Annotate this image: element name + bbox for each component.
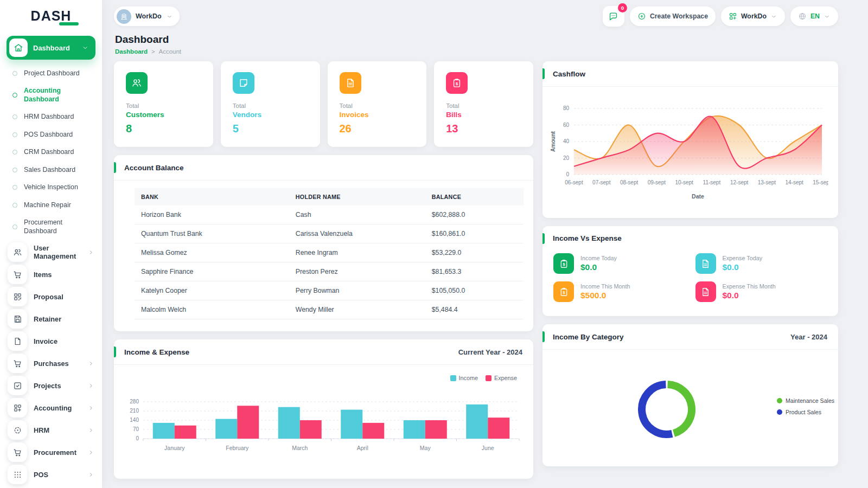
svg-text:February: February — [226, 445, 249, 451]
stat-label: Total — [340, 102, 415, 109]
chevron-right-icon — [87, 360, 94, 367]
stat-label: Total — [233, 102, 308, 109]
language-button[interactable]: EN — [790, 7, 838, 26]
table-cell: $81,653.3 — [426, 262, 524, 281]
create-workspace-label: Create Workspace — [650, 12, 708, 20]
sidebar-item-invoice[interactable]: Invoice — [0, 330, 102, 352]
sidebar-subitem-label: Procurement Dashboard — [24, 219, 95, 235]
main-area: WorkDo 0 Create Workspace WorkDo EN — [102, 0, 868, 488]
sidebar-item-purchases[interactable]: Purchases — [0, 352, 102, 375]
app-switcher-label: WorkDo — [741, 12, 767, 20]
app-logo[interactable]: DASH — [0, 0, 102, 31]
sidebar-subitem-procurement-dashboard[interactable]: Procurement Dashboard — [0, 214, 102, 240]
table-cell: Wendy Miller — [290, 300, 426, 319]
svg-text:140: 140 — [130, 417, 139, 423]
chevron-right-icon — [87, 249, 94, 256]
sidebar-item-label: Retainer — [34, 315, 61, 323]
legend-item-income[interactable]: Income — [450, 375, 478, 381]
file-lines-icon — [340, 72, 361, 94]
sidebar-subitem-project-dashboard[interactable]: Project Dashboard — [0, 65, 102, 82]
svg-text:March: March — [292, 445, 308, 451]
legend-item-maintenance-sales[interactable]: Maintenance Sales — [777, 397, 834, 404]
sidebar-subitem-label: Project Dashboard — [24, 69, 80, 78]
sidebar-item-pos[interactable]: POS — [0, 464, 102, 486]
bullet-ring-icon — [12, 185, 17, 190]
cashflow-area-chart: 02040608006-sept07-sept08-sept09-sept10-… — [548, 92, 828, 210]
sidebar-subitem-hrm-dashboard[interactable]: HRM Dashboard — [0, 108, 102, 126]
sidebar-item-label: Projects — [34, 382, 61, 390]
table-cell: $5,484.4 — [426, 300, 524, 319]
svg-text:13-sept: 13-sept — [758, 179, 776, 185]
content-grid: Total Customers 8 Total Vendors 5 Total … — [114, 61, 838, 479]
svg-text:$: $ — [563, 291, 565, 295]
sidebar-item-hrm[interactable]: HRM — [0, 419, 102, 441]
sidebar-item-procurement[interactable]: Procurement — [0, 441, 102, 464]
svg-text:April: April — [357, 445, 368, 451]
sidebar-subitem-pos-dashboard[interactable]: POS Dashboard — [0, 126, 102, 144]
note-icon — [233, 72, 254, 94]
sidebar-subitem-sales-dashboard[interactable]: Sales Dashboard — [0, 161, 102, 179]
file-lines-icon — [695, 253, 716, 274]
ive-value: $0.0 — [580, 262, 617, 272]
sidebar-active-label: Dashboard — [33, 44, 70, 52]
sidebar: DASH Dashboard Project Dashboard Account… — [0, 0, 102, 488]
stat-value: 13 — [446, 123, 521, 135]
table-cell: Sapphire Finance — [135, 262, 290, 281]
legend-item-product-sales[interactable]: Product Sales — [777, 409, 834, 415]
stat-label: Total — [126, 102, 201, 109]
account-balance-table: BANKHOLDER NAMEBALANCE Horizon BankCash$… — [135, 188, 524, 319]
create-workspace-button[interactable]: Create Workspace — [630, 7, 716, 26]
sidebar-item-retainer[interactable]: Retainer — [0, 308, 102, 330]
chevron-right-icon — [87, 471, 94, 478]
users-icon — [8, 242, 27, 262]
sidebar-subitem-machine-repair[interactable]: Machine Repair — [0, 196, 102, 214]
sidebar-subitem-crm-dashboard[interactable]: CRM Dashboard — [0, 144, 102, 162]
qr-icon — [8, 287, 27, 306]
stat-value: 8 — [126, 123, 201, 135]
page-header: Dashboard Dashboard > Account — [115, 34, 838, 55]
table-cell: $105,050.0 — [426, 281, 524, 300]
sidebar-subitem-label: POS Dashboard — [24, 131, 73, 139]
table-cell: Renee Ingram — [290, 243, 426, 262]
bullet-ring-icon — [12, 224, 17, 229]
globe-icon — [798, 12, 807, 21]
chevron-down-icon — [770, 13, 777, 20]
sidebar-item-label: POS — [34, 471, 48, 479]
stat-value: 26 — [340, 123, 415, 135]
language-label: EN — [810, 12, 820, 20]
sidebar-item-label: Purchases — [34, 359, 69, 368]
svg-text:40: 40 — [563, 138, 570, 144]
sidebar-subitem-vehicle-inspection[interactable]: Vehicle Inspection — [0, 179, 102, 197]
plus-circle-icon — [637, 12, 646, 21]
ive-tile-expense-this-month: Expense This Month $0.0 — [695, 281, 828, 302]
table-cell: $53,229.0 — [426, 243, 524, 262]
breadcrumb-dashboard[interactable]: Dashboard — [115, 48, 148, 55]
workspace-selector[interactable]: WorkDo — [114, 7, 180, 26]
sidebar-item-accounting[interactable]: Accounting — [0, 397, 102, 419]
legend-item-expense[interactable]: Expense — [486, 375, 517, 381]
table-cell: $160,861.0 — [426, 224, 524, 243]
svg-text:280: 280 — [130, 399, 139, 404]
cashflow-card: Cashflow 02040608006-sept07-sept08-sept0… — [542, 61, 838, 218]
cart-icon — [8, 265, 27, 284]
card-accent — [114, 162, 116, 173]
sidebar-item-proposal[interactable]: Proposal — [0, 286, 102, 308]
sidebar-subitem-accounting-dashboard[interactable]: Accounting Dashboard — [0, 82, 102, 108]
sidebar-submenu: Project Dashboard Accounting Dashboard H… — [0, 62, 102, 241]
target-icon — [8, 420, 27, 440]
sidebar-item-items[interactable]: Items — [0, 264, 102, 286]
sidebar-menu: User Management Items Proposal Retainer … — [0, 241, 102, 486]
svg-text:June: June — [482, 445, 494, 451]
notifications-button[interactable]: 0 — [603, 6, 624, 27]
donut-legend: Maintenance SalesProduct Sales — [777, 397, 834, 415]
table-row: Horizon BankCash$602,888.0 — [135, 206, 524, 224]
legend-swatch — [450, 375, 456, 381]
clipboard-dollar-icon: $ — [553, 281, 574, 302]
app-switcher-button[interactable]: WorkDo — [721, 7, 785, 26]
sidebar-item-user-management[interactable]: User Management — [0, 241, 102, 264]
sidebar-item-dashboard[interactable]: Dashboard — [7, 36, 95, 60]
sidebar-item-projects[interactable]: Projects — [0, 375, 102, 397]
bullet-ring-icon — [12, 203, 17, 208]
ive-value: $500.0 — [580, 291, 630, 300]
breadcrumb: Dashboard > Account — [115, 48, 838, 55]
